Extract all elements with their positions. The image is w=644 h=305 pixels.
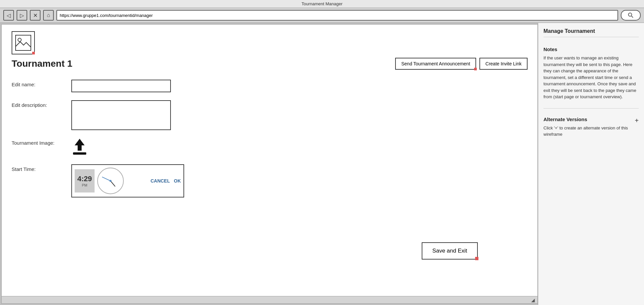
address-bar[interactable] (56, 10, 618, 21)
tournament-header: Tournament 1 Send Tournament Announcemen… (12, 58, 528, 70)
edit-description-row: Edit description: (12, 100, 528, 130)
back-button[interactable]: ◁ (3, 10, 14, 21)
icon-corner-red (32, 52, 35, 54)
time-ok-button[interactable]: OK (174, 178, 181, 184)
edit-description-input[interactable] (71, 100, 171, 130)
alt-versions-subtext: Click '+' to create an alternate version… (543, 125, 639, 138)
start-time-label: Start Time: (12, 164, 71, 172)
forward-button[interactable]: ▷ (17, 10, 27, 21)
resize-icon: ◢ (531, 297, 535, 303)
browser-title-bar: Tournament Manager (0, 0, 644, 8)
time-picker[interactable]: 4:29 PM CANCEL OK (71, 164, 184, 197)
notes-text: If the user wants to manage an existing … (543, 55, 639, 100)
time-display: 4:29 PM (75, 169, 95, 192)
main-layout: Tournament 1 Send Tournament Announcemen… (0, 23, 644, 305)
placeholder-svg (15, 35, 32, 51)
announcement-btn-corner (474, 68, 477, 70)
create-invite-button[interactable]: Create Invite Link (479, 58, 528, 70)
sidebar-manage-header: Manage Tournament (543, 28, 639, 41)
alt-versions-title: Alternate Versions (543, 116, 587, 122)
svg-point-3 (18, 38, 21, 41)
edit-description-label: Edit description: (12, 100, 71, 108)
status-bar: ◢ (2, 296, 537, 303)
edit-name-row: Edit name: (12, 80, 528, 92)
tournament-image-row: Tournament Image: (12, 138, 528, 156)
add-alt-version-button[interactable]: + (635, 117, 639, 124)
upload-button[interactable] (71, 138, 88, 156)
close-button[interactable]: ✕ (30, 10, 40, 21)
edit-name-input[interactable] (71, 80, 171, 92)
save-exit-container: Save and Exit (455, 262, 511, 279)
svg-point-0 (628, 13, 632, 16)
clock-face (97, 168, 124, 194)
clock-action-buttons: CANCEL OK (151, 178, 181, 184)
sidebar-alt-versions-section: Alternate Versions + Click '+' to create… (543, 116, 639, 138)
content-area: Tournament 1 Send Tournament Announcemen… (1, 24, 538, 304)
search-icon (628, 13, 633, 18)
right-sidebar: Manage Tournament Notes If the user want… (538, 23, 644, 305)
browser-title: Tournament Manager (302, 1, 343, 6)
notes-title: Notes (543, 46, 639, 52)
alt-versions-header: Alternate Versions + (543, 116, 639, 125)
edit-name-label: Edit name: (12, 80, 71, 87)
search-button[interactable] (621, 10, 641, 21)
page-content: Tournament 1 Send Tournament Announcemen… (2, 25, 537, 296)
svg-marker-4 (75, 139, 85, 151)
save-exit-button[interactable]: Save and Exit (422, 242, 478, 260)
svg-rect-5 (73, 152, 86, 155)
header-buttons: Send Tournament Announcement Create Invi… (395, 58, 528, 70)
clock-center-dot (109, 180, 111, 182)
home-button[interactable]: ⌂ (43, 10, 54, 21)
time-cancel-button[interactable]: CANCEL (151, 178, 170, 184)
time-ampm: PM (82, 183, 88, 187)
tournament-image-label: Tournament Image: (12, 138, 71, 146)
browser-toolbar: ◁ ▷ ✕ ⌂ (0, 8, 644, 23)
sidebar-notes-section: Notes If the user wants to manage an exi… (543, 46, 639, 100)
svg-rect-2 (16, 35, 31, 50)
send-announcement-button[interactable]: Send Tournament Announcement (395, 58, 476, 70)
save-exit-corner-red (475, 257, 478, 260)
tournament-title: Tournament 1 (12, 58, 72, 69)
image-placeholder-icon (12, 31, 35, 54)
svg-line-1 (631, 16, 633, 18)
upload-svg (71, 138, 88, 156)
sidebar-divider (543, 108, 639, 109)
time-value: 4:29 (77, 175, 92, 183)
manage-tournament-title: Manage Tournament (543, 28, 639, 37)
start-time-row: Start Time: 4:29 PM CANCEL (12, 164, 528, 197)
